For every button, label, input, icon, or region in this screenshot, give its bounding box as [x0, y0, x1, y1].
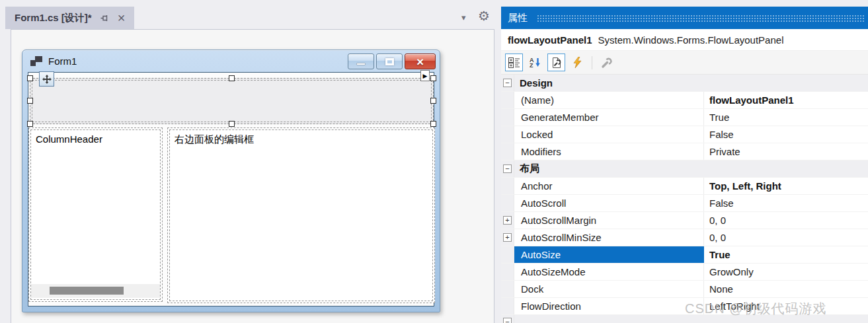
- resize-handle[interactable]: [27, 121, 33, 127]
- property-name[interactable]: AutoScroll: [514, 195, 704, 211]
- row-gutter: [501, 92, 514, 108]
- events-icon[interactable]: [569, 54, 586, 71]
- property-value[interactable]: Top, Left, Right: [704, 178, 868, 194]
- property-value[interactable]: True: [704, 109, 868, 126]
- properties-view-icon[interactable]: [547, 54, 565, 71]
- expand-box-icon[interactable]: +: [503, 233, 512, 242]
- maximize-button-icon: [376, 54, 403, 69]
- property-name[interactable]: FlowDirection: [514, 298, 704, 314]
- property-name[interactable]: Dock: [514, 281, 704, 297]
- property-pages-icon[interactable]: [598, 54, 615, 71]
- resize-handle[interactable]: [229, 121, 235, 127]
- row-gutter: [501, 126, 514, 143]
- properties-titlebar[interactable]: 属性: [501, 7, 868, 29]
- document-tabstrip: Form1.cs [设计]* × ▾ ⚙: [0, 0, 500, 29]
- row-gutter: −: [501, 75, 514, 91]
- property-row[interactable]: FlowDirectionLeftToRight: [501, 298, 868, 315]
- property-row[interactable]: +AutoScrollMargin0, 0: [501, 212, 868, 229]
- property-value[interactable]: False: [704, 195, 868, 211]
- resize-handle[interactable]: [27, 75, 33, 81]
- gear-icon[interactable]: ⚙: [478, 8, 490, 24]
- property-value[interactable]: None: [704, 281, 868, 297]
- collapse-box-icon[interactable]: −: [503, 318, 512, 323]
- form-title: Form1: [48, 55, 77, 67]
- property-row[interactable]: ModifiersPrivate: [501, 143, 868, 161]
- property-name[interactable]: AutoScrollMinSize: [514, 229, 704, 246]
- row-gutter: +: [501, 229, 514, 246]
- property-name[interactable]: Modifiers: [514, 143, 704, 160]
- right-editor-panel-control[interactable]: 右边面板的编辑框: [167, 127, 435, 303]
- row-gutter: [501, 281, 514, 297]
- property-row[interactable]: AutoSizeTrue: [501, 246, 868, 264]
- selection-outline: [32, 80, 432, 122]
- collapse-box-icon[interactable]: −: [503, 79, 512, 87]
- category-label: [514, 315, 520, 323]
- property-value[interactable]: LeftToRight: [704, 298, 868, 314]
- property-row[interactable]: +AutoScrollMinSize0, 0: [501, 229, 868, 246]
- property-grid[interactable]: −Design(Name)flowLayoutPanel1GenerateMem…: [501, 75, 868, 323]
- resize-handle[interactable]: [430, 121, 436, 127]
- category-row[interactable]: −布局: [501, 161, 868, 178]
- property-value[interactable]: flowLayoutPanel1: [704, 92, 868, 108]
- properties-title: 属性: [508, 12, 528, 24]
- pin-icon[interactable]: [100, 13, 110, 23]
- window-buttons: ×: [348, 54, 436, 69]
- property-value[interactable]: GrowOnly: [704, 264, 868, 280]
- horizontal-scrollbar[interactable]: [31, 284, 160, 298]
- property-value[interactable]: False: [704, 126, 868, 143]
- category-row[interactable]: −Design: [501, 75, 868, 92]
- smart-tag-icon[interactable]: ▶: [420, 70, 430, 81]
- designed-form-window[interactable]: Form1 × ▶: [22, 50, 440, 312]
- chevron-down-icon[interactable]: ▾: [461, 13, 466, 22]
- property-name[interactable]: GenerateMember: [514, 109, 704, 126]
- row-gutter: [501, 178, 514, 194]
- property-value[interactable]: 0, 0: [704, 229, 868, 246]
- property-name[interactable]: AutoScrollMargin: [514, 212, 704, 229]
- property-value[interactable]: 0, 0: [704, 212, 868, 229]
- resize-handle[interactable]: [229, 75, 235, 81]
- property-value[interactable]: Private: [704, 143, 868, 160]
- listview-control[interactable]: ColumnHeader: [28, 127, 163, 302]
- property-name[interactable]: Locked: [514, 126, 704, 143]
- property-name[interactable]: AutoSize: [514, 246, 704, 263]
- row-gutter: [501, 195, 514, 211]
- collapse-box-icon[interactable]: −: [503, 164, 512, 173]
- expand-box-icon[interactable]: +: [503, 216, 512, 225]
- object-type: System.Windows.Forms.FlowLayoutPanel: [598, 29, 784, 51]
- listview-column-header[interactable]: ColumnHeader: [36, 133, 102, 145]
- right-panel-label: 右边面板的编辑框: [175, 133, 254, 146]
- resize-handle[interactable]: [430, 98, 436, 104]
- property-row[interactable]: GenerateMemberTrue: [501, 109, 868, 126]
- property-row[interactable]: LockedFalse: [501, 126, 868, 143]
- resize-handle[interactable]: [430, 75, 436, 81]
- move-handle-icon[interactable]: [39, 71, 54, 87]
- property-row[interactable]: AutoSizeModeGrowOnly: [501, 264, 868, 281]
- property-name[interactable]: Anchor: [514, 178, 704, 194]
- control-outline: [169, 129, 433, 301]
- object-selector[interactable]: flowLayoutPanel1 System.Windows.Forms.Fl…: [501, 29, 868, 51]
- property-row[interactable]: AutoScrollFalse: [501, 195, 868, 212]
- property-row[interactable]: DockNone: [501, 281, 868, 298]
- control-outline: [30, 129, 161, 300]
- row-gutter: −: [501, 315, 514, 323]
- flowlayoutpanel-control[interactable]: ▶: [30, 78, 434, 124]
- alphabetical-sort-icon[interactable]: A Z: [526, 54, 544, 71]
- property-row[interactable]: (Name)flowLayoutPanel1: [501, 92, 868, 109]
- categorized-icon[interactable]: [505, 54, 523, 71]
- properties-toolbar: A Z: [501, 51, 868, 75]
- resize-handle[interactable]: [27, 98, 33, 104]
- svg-text:Z: Z: [530, 62, 533, 68]
- form-client-area[interactable]: ▶ ColumnHeader 右边面板的编辑框: [28, 72, 434, 306]
- property-value[interactable]: True: [704, 246, 868, 263]
- category-row[interactable]: −: [501, 315, 868, 323]
- property-name[interactable]: (Name): [514, 92, 704, 108]
- property-name[interactable]: AutoSizeMode: [514, 264, 704, 280]
- scrollbar-thumb[interactable]: [50, 287, 124, 295]
- tab-form1-designer[interactable]: Form1.cs [设计]* ×: [5, 7, 134, 29]
- property-row[interactable]: AnchorTop, Left, Right: [501, 178, 868, 195]
- titlebar-grip: [537, 15, 864, 23]
- designer-surface[interactable]: Form1 × ▶: [11, 29, 494, 323]
- object-name: flowLayoutPanel1: [508, 29, 592, 51]
- form-titlebar[interactable]: Form1 ×: [22, 50, 440, 72]
- tab-close-icon[interactable]: ×: [118, 11, 126, 24]
